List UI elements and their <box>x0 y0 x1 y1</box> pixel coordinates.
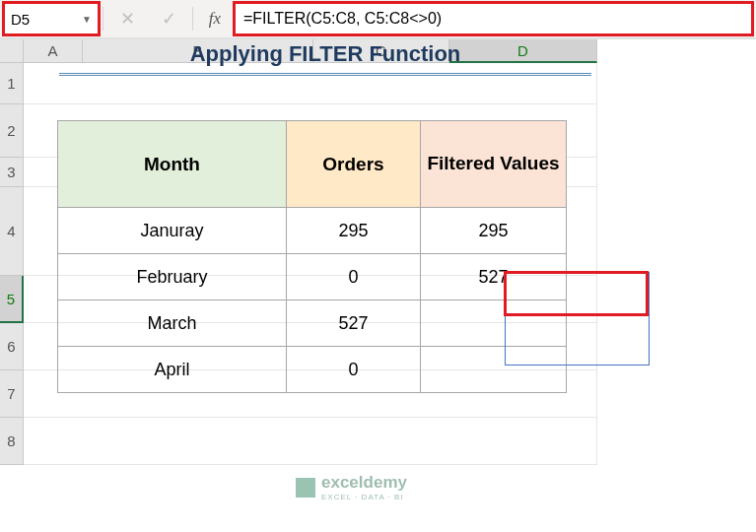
sheet-title: Applying FILTER Function <box>59 41 591 76</box>
row-header-1[interactable]: 1 <box>0 63 24 104</box>
select-all-corner[interactable] <box>0 39 24 63</box>
row-header-3[interactable]: 3 <box>0 158 24 187</box>
cancel-icon: ✕ <box>120 8 135 30</box>
cell-month[interactable]: February <box>58 254 287 300</box>
header-month[interactable]: Month <box>58 121 287 208</box>
table-row: February 0 527 <box>58 254 567 300</box>
cell-month[interactable]: April <box>58 347 287 393</box>
data-table: Month Orders Filtered Values Januray 295… <box>57 120 567 393</box>
row-header-7[interactable]: 7 <box>0 370 24 418</box>
header-orders[interactable]: Orders <box>287 121 421 208</box>
separator <box>192 7 193 31</box>
row-header-5[interactable]: 5 <box>0 276 24 323</box>
table-row: March 527 <box>58 300 567 347</box>
table-row: April 0 <box>58 347 567 393</box>
cell-orders[interactable]: 0 <box>287 254 421 300</box>
cell-filtered[interactable] <box>421 300 567 347</box>
enter-formula-button[interactable]: ✓ <box>149 3 188 34</box>
name-box-dropdown-icon[interactable]: ▼ <box>82 14 92 25</box>
table-row: Januray 295 295 <box>58 208 567 254</box>
cell-filtered[interactable]: 527 <box>421 254 567 300</box>
table-header-row: Month Orders Filtered Values <box>58 121 567 208</box>
cancel-formula-button[interactable]: ✕ <box>107 3 147 34</box>
fx-label[interactable]: fx <box>197 9 233 29</box>
cell-area-r8[interactable] <box>24 418 597 465</box>
brand-name: exceldemy <box>321 473 407 493</box>
cell-orders[interactable]: 527 <box>287 300 421 347</box>
formula-bar-row: D5 ▼ ✕ ✓ fx =FILTER(C5:C8, C5:C8<>0) <box>0 0 756 39</box>
brand-icon <box>296 478 315 498</box>
row-header-2[interactable]: 2 <box>0 104 24 158</box>
cell-filtered[interactable] <box>421 347 567 393</box>
name-box[interactable]: D5 ▼ <box>4 3 99 34</box>
watermark: exceldemy EXCEL · DATA · BI <box>296 473 407 501</box>
name-box-value: D5 <box>11 11 30 28</box>
formula-text: =FILTER(C5:C8, C5:C8<>0) <box>243 10 442 28</box>
formula-input[interactable]: =FILTER(C5:C8, C5:C8<>0) <box>235 3 752 34</box>
row-header-6[interactable]: 6 <box>0 323 24 370</box>
row-header-4[interactable]: 4 <box>0 187 24 276</box>
cell-month[interactable]: Januray <box>58 208 287 254</box>
separator <box>103 7 103 31</box>
cell-orders[interactable]: 0 <box>287 347 421 393</box>
cell-orders[interactable]: 295 <box>287 208 421 254</box>
cell-month[interactable]: March <box>58 300 287 347</box>
row-header-8[interactable]: 8 <box>0 418 24 465</box>
header-filtered[interactable]: Filtered Values <box>421 121 567 208</box>
cell-filtered[interactable]: 295 <box>421 208 567 254</box>
brand-subtitle: EXCEL · DATA · BI <box>321 493 407 501</box>
check-icon: ✓ <box>162 8 176 30</box>
